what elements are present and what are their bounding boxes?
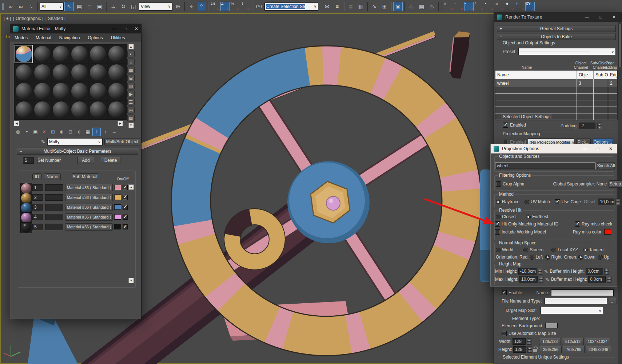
table-row[interactable] <box>495 107 617 113</box>
column-header-object-channel[interactable]: Object Channel <box>571 61 590 69</box>
width-field[interactable]: 128 <box>513 338 526 345</box>
submaterial-preview[interactable] <box>20 222 32 233</box>
material-slot[interactable] <box>52 101 70 119</box>
slot-scroll-left[interactable]: ◀ <box>14 121 19 126</box>
go-to-parent-icon[interactable]: ↑ <box>101 128 109 136</box>
assign-material-to-selection-icon[interactable]: ▣ <box>31 128 40 136</box>
submaterial-button[interactable]: Material #36 ( Standard ) <box>65 184 113 191</box>
basic-parameters-rollout[interactable]: − Multi/Sub-Object Basic Parameters <box>17 148 138 155</box>
green-up-radio[interactable] <box>598 255 603 260</box>
midpoint-snap-icon[interactable]: •∩ <box>485 2 494 11</box>
grid-snap-icon[interactable]: #∩ <box>444 2 453 11</box>
file-name-field[interactable] <box>545 298 607 304</box>
furthest-radio[interactable] <box>526 215 531 219</box>
menu-options[interactable]: Options <box>88 35 103 40</box>
select-object-icon[interactable]: ↖ <box>64 2 74 11</box>
reference-coordinate-combo[interactable]: View∨ <box>139 3 172 11</box>
layer-manager-icon[interactable]: ≣ <box>346 2 355 11</box>
height-spinner[interactable]: ▴▾ <box>527 346 532 353</box>
select-by-name-icon[interactable]: ▤ <box>75 2 84 11</box>
material-slot[interactable] <box>15 82 33 100</box>
edge-snap-icon[interactable]: /∩ <box>474 2 484 11</box>
spin-up-icon[interactable]: ▴ <box>527 346 532 349</box>
material-slot[interactable] <box>52 64 70 81</box>
submaterial-on-checkbox[interactable] <box>123 224 128 229</box>
submaterial-on-checkbox[interactable] <box>123 215 128 220</box>
spin-down-icon[interactable]: ▾ <box>597 126 602 129</box>
offset-field[interactable]: 10,0cm <box>598 199 614 205</box>
size-128-button[interactable]: 128x128 <box>539 338 561 345</box>
video-color-check-icon[interactable]: ▥ <box>127 83 135 89</box>
submaterial-color-swatch[interactable] <box>114 195 121 200</box>
lock-aspect-icon[interactable] <box>533 349 537 352</box>
material-id-channel-icon[interactable]: 0 <box>75 128 83 136</box>
list-scroll-up[interactable]: ▲ <box>128 184 134 190</box>
enabled-checkbox[interactable] <box>503 123 508 128</box>
material-slot-active[interactable] <box>15 45 33 63</box>
submaterial-preview[interactable] <box>20 203 32 213</box>
column-header-edge-padding[interactable]: Edge Padding <box>601 61 619 69</box>
rendered-frame-window-icon[interactable]: ▦ <box>417 2 426 11</box>
material-type-button[interactable]: Multi/Sub-Object <box>104 138 140 145</box>
crop-alpha-checkbox[interactable] <box>496 181 501 187</box>
named-selection-sets-combo[interactable]: Create Selection Se∨ <box>264 3 318 11</box>
viewport-menu-pov[interactable]: [ Orthographic ] <box>13 16 43 21</box>
minimize-icon[interactable]: — <box>585 15 589 20</box>
max-height-field[interactable]: 10,0cm <box>519 276 538 283</box>
rollout-collapse-icon[interactable]: − <box>17 149 24 154</box>
slot-scroll-down[interactable]: ▼ <box>128 123 134 128</box>
material-slot[interactable] <box>108 101 125 119</box>
material-slot[interactable] <box>89 64 107 81</box>
spin-up-icon[interactable]: ▴ <box>604 268 609 271</box>
viewport-menu-general[interactable]: [ + ] <box>4 16 11 21</box>
delete-button[interactable]: Delete <box>101 157 120 164</box>
close-icon[interactable]: ✕ <box>609 146 613 151</box>
spin-up-icon[interactable]: ▴ <box>538 268 542 271</box>
select-and-move-icon[interactable]: ↔↕ <box>108 2 118 11</box>
menu-modes[interactable]: Modes <box>15 35 28 40</box>
submaterial-name-field[interactable] <box>45 204 63 211</box>
material-slot[interactable] <box>108 64 125 81</box>
close-icon[interactable]: ✕ <box>135 26 138 31</box>
menu-material[interactable]: Material <box>36 35 51 40</box>
material-slot[interactable] <box>108 45 125 63</box>
header-cell[interactable]: Name <box>495 71 577 79</box>
keyboard-shortcut-override-icon[interactable]: ⇧ <box>197 2 206 11</box>
snaps-toggle-icon[interactable]: 2.5∩ <box>210 2 220 11</box>
browse-button[interactable]: ... <box>609 298 617 304</box>
material-slot[interactable] <box>15 101 33 119</box>
align-icon[interactable]: ≡ <box>332 2 342 11</box>
size-1024-button[interactable]: 1024x1024 <box>585 338 610 345</box>
submaterial-on-checkbox[interactable] <box>123 205 128 210</box>
mirror-icon[interactable]: ⋈ <box>322 2 332 11</box>
spin-up-icon[interactable]: ▴ <box>597 123 602 126</box>
red-right-radio[interactable] <box>545 255 550 260</box>
use-cage-checkbox[interactable] <box>555 199 560 204</box>
sort-by-name-button[interactable]: Name <box>44 173 61 180</box>
setup-button[interactable]: Setup... <box>609 180 622 188</box>
window-crossing-icon[interactable]: ▣ <box>95 2 104 11</box>
make-material-copy-icon[interactable]: ⊞ <box>49 128 57 136</box>
hit-only-matching-checkbox[interactable] <box>495 221 500 227</box>
add-button[interactable]: Add <box>77 157 94 164</box>
go-forward-to-sibling-icon[interactable]: → <box>110 128 118 136</box>
submaterial-preview[interactable] <box>20 183 32 194</box>
material-editor-icon[interactable]: ◉ <box>393 2 403 11</box>
select-and-manipulate-icon[interactable]: ⌖ <box>187 2 196 11</box>
offset-spinner[interactable]: ▴▾ <box>615 199 620 205</box>
enable-checkbox[interactable] <box>502 290 507 295</box>
include-working-model-checkbox[interactable] <box>495 229 500 235</box>
closest-radio[interactable] <box>496 215 501 219</box>
element-background-swatch[interactable] <box>545 323 558 328</box>
material-name-combo[interactable]: Multy∨ <box>47 138 103 145</box>
submaterial-button[interactable]: Material #36 ( Standard ) <box>65 223 113 231</box>
spin-down-icon[interactable]: ▾ <box>539 279 543 283</box>
curve-editor-icon[interactable]: ∿ <box>370 2 379 11</box>
submaterial-color-swatch[interactable] <box>114 185 121 190</box>
face-snap-icon[interactable]: ◁∩ <box>495 2 504 11</box>
preset-combo[interactable]: ----------------------------------------… <box>518 48 616 55</box>
spin-down-icon[interactable]: ▾ <box>527 349 532 353</box>
vertex-snap-icon[interactable]: ▪∩ <box>464 2 474 11</box>
spin-up-icon[interactable]: ▴ <box>539 276 543 279</box>
material-slot[interactable] <box>71 101 88 119</box>
